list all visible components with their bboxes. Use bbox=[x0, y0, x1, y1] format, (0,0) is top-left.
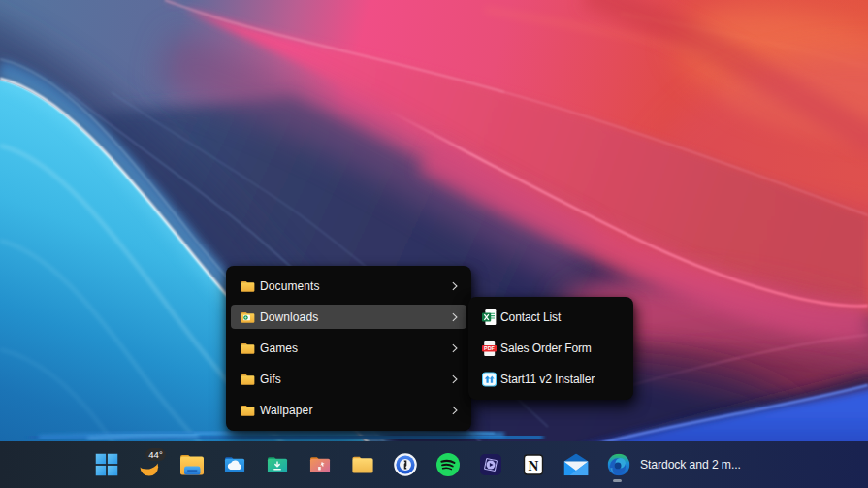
svg-text:N: N bbox=[528, 458, 538, 473]
svg-text:PDF: PDF bbox=[484, 345, 495, 351]
